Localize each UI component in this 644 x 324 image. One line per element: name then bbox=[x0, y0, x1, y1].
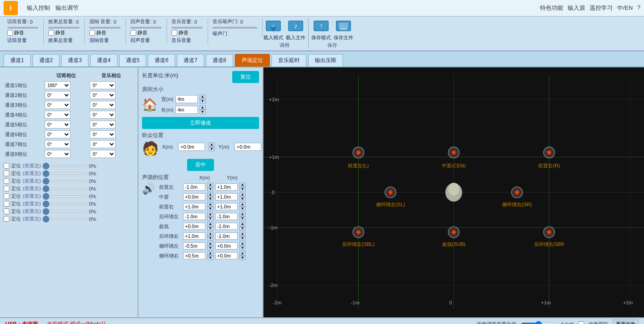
src-y-up-5[interactable]: ▲ bbox=[239, 232, 246, 236]
phase-mic-select-6[interactable]: 0°90°180°270° bbox=[45, 140, 71, 148]
fix-slider-2[interactable] bbox=[42, 180, 87, 182]
src-x-down-7[interactable]: ▼ bbox=[207, 256, 213, 260]
fix-checkbox-3[interactable] bbox=[4, 186, 9, 191]
src-y-up-7[interactable]: ▲ bbox=[239, 251, 246, 256]
src-y-down-4[interactable]: ▼ bbox=[239, 226, 246, 231]
phase-mic-select-4[interactable]: 0°90°180°270° bbox=[45, 120, 71, 129]
phase-music-select-6[interactable]: 0°90°180°270° bbox=[90, 140, 116, 148]
reset-eq-btn[interactable]: 重置均衡 bbox=[613, 320, 639, 324]
menu-item-output[interactable]: 输出调节 bbox=[55, 4, 79, 12]
listener-x-down[interactable]: ▼ bbox=[209, 147, 215, 151]
phase-music-select-1[interactable]: 0°90°180°270° bbox=[90, 91, 116, 99]
lang-btn[interactable]: 中/EN bbox=[617, 4, 633, 12]
length-up[interactable]: ▲ bbox=[200, 105, 206, 110]
source-y-input-6[interactable] bbox=[215, 242, 238, 249]
tab-通道5[interactable]: 通道5 bbox=[119, 54, 146, 66]
fix-slider-7[interactable] bbox=[42, 218, 87, 220]
tab-通道6[interactable]: 通道6 bbox=[148, 54, 175, 66]
source-x-input-0[interactable] bbox=[183, 183, 205, 191]
width-down[interactable]: ▼ bbox=[200, 99, 206, 104]
echo-mute-checkbox[interactable] bbox=[130, 30, 136, 36]
feature-btn[interactable]: 特色功能 bbox=[540, 4, 563, 12]
help-btn[interactable]: ? bbox=[637, 4, 640, 12]
phase-mic-select-2[interactable]: 0°90°180°270° bbox=[45, 101, 71, 109]
reverb-mute-checkbox[interactable] bbox=[89, 30, 95, 36]
tab-输出压限[interactable]: 输出压限 bbox=[308, 54, 343, 66]
fix-slider-3[interactable] bbox=[42, 188, 87, 190]
src-y-down-5[interactable]: ▼ bbox=[239, 236, 246, 241]
src-x-up-0[interactable]: ▲ bbox=[207, 183, 213, 187]
phase-mic-select-7[interactable]: 0°90°180°270° bbox=[45, 150, 71, 158]
tab-音乐延时[interactable]: 音乐延时 bbox=[272, 54, 306, 66]
phase-mic-select-1[interactable]: 0°90°180°270° bbox=[45, 91, 71, 99]
listener-x-input[interactable] bbox=[178, 143, 205, 151]
input-source-btn[interactable]: 输入源 bbox=[568, 4, 585, 12]
source-y-input-1[interactable] bbox=[215, 193, 238, 200]
effect-mute-checkbox[interactable] bbox=[48, 30, 54, 36]
phase-music-select-0[interactable]: 0°90°180°270° bbox=[90, 81, 116, 89]
width-input[interactable] bbox=[176, 95, 198, 103]
src-x-up-2[interactable]: ▲ bbox=[207, 202, 213, 207]
width-up[interactable]: ▲ bbox=[200, 95, 206, 99]
fix-checkbox-4[interactable] bbox=[4, 193, 9, 199]
mic-mute-checkbox[interactable] bbox=[7, 30, 13, 36]
src-x-down-3[interactable]: ▼ bbox=[207, 216, 213, 221]
src-x-down-2[interactable]: ▼ bbox=[207, 207, 213, 211]
src-y-down-3[interactable]: ▼ bbox=[239, 216, 246, 221]
music-volume-slider[interactable] bbox=[171, 27, 203, 29]
src-x-down-1[interactable]: ▼ bbox=[207, 197, 213, 201]
source-x-input-3[interactable] bbox=[183, 213, 205, 220]
src-y-up-6[interactable]: ▲ bbox=[239, 241, 246, 246]
tab-通道7[interactable]: 通道7 bbox=[177, 54, 204, 66]
tab-通道3[interactable]: 通道3 bbox=[61, 54, 88, 66]
src-y-down-6[interactable]: ▼ bbox=[239, 246, 246, 250]
src-x-up-3[interactable]: ▲ bbox=[207, 212, 213, 216]
listener-y-input[interactable] bbox=[234, 143, 261, 151]
source-y-input-7[interactable] bbox=[215, 252, 238, 259]
mic-volume-slider[interactable] bbox=[7, 27, 38, 29]
source-y-input-5[interactable] bbox=[215, 233, 238, 240]
tab-通道1[interactable]: 通道1 bbox=[4, 54, 31, 66]
source-x-input-5[interactable] bbox=[183, 233, 205, 240]
save-mode-btn[interactable]: ↑ 保存模式 bbox=[311, 18, 331, 41]
src-y-up-2[interactable]: ▲ bbox=[239, 202, 246, 207]
fix-checkbox-1[interactable] bbox=[4, 170, 9, 176]
source-x-input-2[interactable] bbox=[183, 203, 205, 210]
fix-checkbox-7[interactable] bbox=[4, 216, 9, 222]
src-y-up-1[interactable]: ▲ bbox=[239, 192, 246, 197]
src-x-up-1[interactable]: ▲ bbox=[207, 192, 213, 197]
modify-btn[interactable]: 立即修改 bbox=[142, 117, 259, 129]
noise-gate-slider[interactable] bbox=[213, 27, 257, 29]
phase-music-select-7[interactable]: 0°90°180°270° bbox=[90, 150, 116, 158]
src-y-up-4[interactable]: ▲ bbox=[239, 222, 246, 226]
phase-music-select-4[interactable]: 0°90°180°270° bbox=[90, 120, 116, 129]
tab-通道8[interactable]: 通道8 bbox=[206, 54, 233, 66]
src-y-down-0[interactable]: ▼ bbox=[239, 187, 246, 191]
fix-checkbox-6[interactable] bbox=[4, 208, 9, 214]
tab-通道4[interactable]: 通道4 bbox=[90, 54, 117, 66]
source-y-input-2[interactable] bbox=[215, 203, 238, 210]
source-x-input-7[interactable] bbox=[183, 252, 205, 259]
src-x-up-4[interactable]: ▲ bbox=[207, 222, 213, 226]
src-x-down-0[interactable]: ▼ bbox=[207, 187, 213, 191]
phase-music-select-2[interactable]: 0°90°180°270° bbox=[90, 101, 116, 109]
phase-mic-select-5[interactable]: 0°90°180°270° bbox=[45, 130, 71, 138]
save-file-btn[interactable]: 保存文件 bbox=[334, 18, 353, 41]
src-x-down-6[interactable]: ▼ bbox=[207, 246, 213, 250]
phase-mic-select-3[interactable]: 0°90°180°270° bbox=[45, 111, 71, 119]
echo-volume-slider[interactable] bbox=[130, 27, 162, 29]
fix-slider-5[interactable] bbox=[42, 203, 87, 205]
src-x-up-7[interactable]: ▲ bbox=[207, 251, 213, 256]
fix-checkbox-5[interactable] bbox=[4, 201, 9, 207]
tab-声场定位[interactable]: 声场定位 bbox=[235, 54, 270, 66]
fix-slider-6[interactable] bbox=[42, 211, 87, 212]
load-mode-btn[interactable]: ↓ 载入模式 bbox=[263, 18, 283, 41]
fix-slider-4[interactable] bbox=[42, 195, 87, 197]
music-mute-checkbox[interactable] bbox=[171, 30, 177, 36]
src-y-down-1[interactable]: ▼ bbox=[239, 197, 246, 201]
fix-slider-0[interactable] bbox=[42, 165, 87, 167]
src-y-up-0[interactable]: ▲ bbox=[239, 183, 246, 187]
src-y-down-2[interactable]: ▼ bbox=[239, 207, 246, 211]
src-y-up-3[interactable]: ▲ bbox=[239, 212, 246, 216]
source-y-input-4[interactable] bbox=[215, 223, 238, 230]
